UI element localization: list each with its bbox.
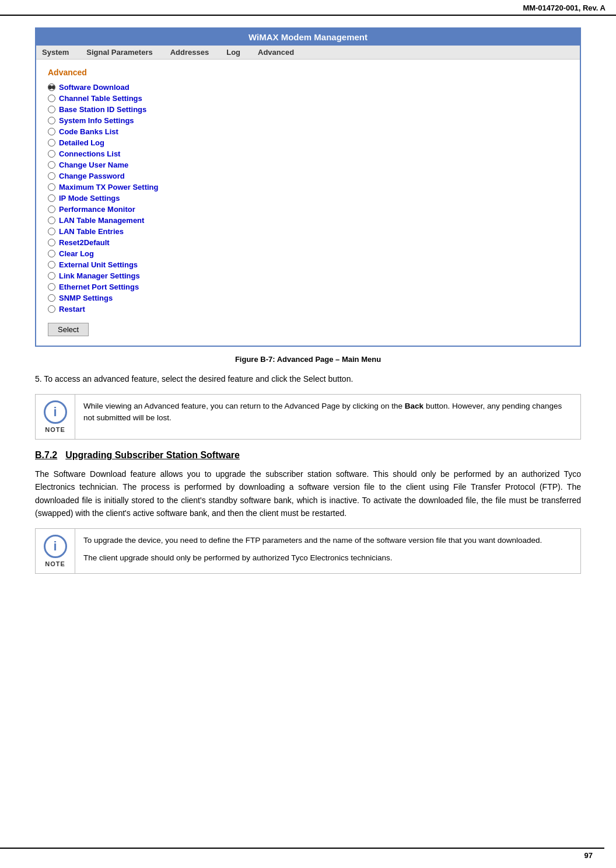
option-link-manager[interactable]: Link Manager Settings bbox=[59, 271, 140, 280]
note1-text-before: While viewing an Advanced feature, you c… bbox=[83, 402, 405, 410]
note2-line1: To upgrade the device, you need to defin… bbox=[83, 535, 542, 546]
radio-detailed-log[interactable] bbox=[48, 139, 55, 147]
radio-ip-mode[interactable] bbox=[48, 194, 55, 202]
nav-signal-parameters[interactable]: Signal Parameters bbox=[86, 48, 152, 57]
radio-lan-table-entries[interactable] bbox=[48, 228, 55, 235]
list-item[interactable]: Reset2Default bbox=[48, 238, 568, 247]
list-item[interactable]: LAN Table Entries bbox=[48, 227, 568, 236]
list-item[interactable]: LAN Table Management bbox=[48, 216, 568, 225]
list-item[interactable]: IP Mode Settings bbox=[48, 194, 568, 203]
radio-connections-list[interactable] bbox=[48, 150, 55, 158]
option-clear-log[interactable]: Clear Log bbox=[59, 249, 94, 258]
list-item[interactable]: System Info Settings bbox=[48, 116, 568, 125]
page-number: 97 bbox=[584, 851, 593, 860]
note-text-2: To upgrade the device, you need to defin… bbox=[75, 529, 550, 573]
option-max-tx-power[interactable]: Maximum TX Power Setting bbox=[59, 183, 158, 191]
note1-bold: Back bbox=[405, 402, 424, 410]
list-item[interactable]: Maximum TX Power Setting bbox=[48, 183, 568, 191]
wimax-nav: System Signal Parameters Addresses Log A… bbox=[36, 46, 580, 60]
option-restart[interactable]: Restart bbox=[59, 305, 85, 313]
option-detailed-log[interactable]: Detailed Log bbox=[59, 138, 104, 147]
wimax-title: WiMAX Modem Management bbox=[36, 29, 580, 46]
option-external-unit[interactable]: External Unit Settings bbox=[59, 260, 138, 269]
nav-log[interactable]: Log bbox=[226, 48, 240, 57]
list-item[interactable]: Change User Name bbox=[48, 161, 568, 169]
radio-max-tx-power[interactable] bbox=[48, 183, 55, 191]
note-label-2: NOTE bbox=[45, 560, 65, 567]
radio-snmp-settings[interactable] bbox=[48, 294, 55, 302]
radio-external-unit[interactable] bbox=[48, 261, 55, 269]
radio-clear-log[interactable] bbox=[48, 250, 55, 257]
option-software-download[interactable]: Software Download bbox=[59, 83, 130, 92]
select-button[interactable]: Select bbox=[48, 323, 89, 336]
note-box-2: i NOTE To upgrade the device, you need t… bbox=[35, 528, 581, 574]
radio-code-banks[interactable] bbox=[48, 128, 55, 135]
radio-lan-table-mgmt[interactable] bbox=[48, 217, 55, 224]
radio-performance-monitor[interactable] bbox=[48, 205, 55, 213]
nav-addresses[interactable]: Addresses bbox=[170, 48, 209, 57]
figure-caption-text: Figure B-7: Advanced Page – Main Menu bbox=[235, 355, 381, 364]
wimax-body: Advanced Software Download Channel Table… bbox=[36, 60, 580, 346]
list-item[interactable]: Link Manager Settings bbox=[48, 271, 568, 280]
note-icon-1: i bbox=[44, 400, 67, 424]
option-connections-list[interactable]: Connections List bbox=[59, 149, 120, 158]
radio-ethernet-port[interactable] bbox=[48, 283, 55, 291]
note-text-1: While viewing an Advanced feature, you c… bbox=[75, 395, 580, 439]
option-code-banks[interactable]: Code Banks List bbox=[59, 127, 118, 136]
radio-link-manager[interactable] bbox=[48, 272, 55, 280]
radio-change-username[interactable] bbox=[48, 161, 55, 169]
body-paragraph: The Software Download feature allows you… bbox=[35, 468, 581, 520]
section-number: B.7.2 bbox=[35, 450, 57, 461]
section-title: Upgrading Subscriber Station Software bbox=[65, 450, 240, 461]
note-box-1: i NOTE While viewing an Advanced feature… bbox=[35, 394, 581, 440]
radio-reset2default[interactable] bbox=[48, 239, 55, 246]
list-item[interactable]: External Unit Settings bbox=[48, 260, 568, 269]
option-change-username[interactable]: Change User Name bbox=[59, 161, 128, 169]
list-item[interactable]: Code Banks List bbox=[48, 127, 568, 136]
list-item[interactable]: Base Station ID Settings bbox=[48, 105, 568, 114]
list-item[interactable]: Connections List bbox=[48, 149, 568, 158]
option-snmp-settings[interactable]: SNMP Settings bbox=[59, 294, 113, 302]
list-item[interactable]: Clear Log bbox=[48, 249, 568, 258]
list-item[interactable]: Ethernet Port Settings bbox=[48, 283, 568, 291]
list-item[interactable]: Detailed Log bbox=[48, 138, 568, 147]
radio-software-download[interactable] bbox=[48, 83, 55, 91]
option-base-station-id[interactable]: Base Station ID Settings bbox=[59, 105, 146, 114]
step-5-text: 5. To access an advanced feature, select… bbox=[35, 374, 581, 384]
radio-channel-table[interactable] bbox=[48, 95, 55, 102]
option-lan-table-entries[interactable]: LAN Table Entries bbox=[59, 227, 124, 236]
note-label-1: NOTE bbox=[45, 426, 65, 433]
page-footer: 97 bbox=[0, 848, 604, 860]
radio-system-info[interactable] bbox=[48, 117, 55, 124]
note-icon-col-1: i NOTE bbox=[36, 395, 75, 439]
list-item[interactable]: SNMP Settings bbox=[48, 294, 568, 302]
note-icon-2: i bbox=[44, 535, 67, 558]
section-heading: B.7.2 Upgrading Subscriber Station Softw… bbox=[35, 450, 581, 461]
note2-line2: The client upgrade should only be perfor… bbox=[83, 552, 542, 564]
option-ethernet-port[interactable]: Ethernet Port Settings bbox=[59, 283, 139, 291]
list-item[interactable]: Performance Monitor bbox=[48, 205, 568, 214]
nav-advanced[interactable]: Advanced bbox=[258, 48, 294, 57]
option-change-password[interactable]: Change Password bbox=[59, 172, 125, 180]
advanced-section-label: Advanced bbox=[48, 68, 568, 77]
option-channel-table[interactable]: Channel Table Settings bbox=[59, 94, 142, 103]
figure-caption: Figure B-7: Advanced Page – Main Menu bbox=[35, 355, 581, 364]
radio-change-password[interactable] bbox=[48, 172, 55, 180]
list-item[interactable]: Restart bbox=[48, 305, 568, 313]
option-performance-monitor[interactable]: Performance Monitor bbox=[59, 205, 135, 214]
radio-options-list: Software Download Channel Table Settings… bbox=[48, 83, 568, 313]
option-ip-mode[interactable]: IP Mode Settings bbox=[59, 194, 120, 203]
list-item[interactable]: Software Download bbox=[48, 83, 568, 92]
header-title: MM-014720-001, Rev. A bbox=[523, 4, 606, 12]
list-item[interactable]: Channel Table Settings bbox=[48, 94, 568, 103]
radio-restart[interactable] bbox=[48, 305, 55, 313]
option-lan-table-mgmt[interactable]: LAN Table Management bbox=[59, 216, 144, 225]
page-header: MM-014720-001, Rev. A bbox=[0, 0, 616, 16]
list-item[interactable]: Change Password bbox=[48, 172, 568, 180]
wimax-box: WiMAX Modem Management System Signal Par… bbox=[35, 27, 581, 347]
option-reset2default[interactable]: Reset2Default bbox=[59, 238, 110, 247]
note-icon-col-2: i NOTE bbox=[36, 529, 75, 573]
nav-system[interactable]: System bbox=[42, 48, 69, 57]
option-system-info[interactable]: System Info Settings bbox=[59, 116, 134, 125]
radio-base-station-id[interactable] bbox=[48, 106, 55, 113]
